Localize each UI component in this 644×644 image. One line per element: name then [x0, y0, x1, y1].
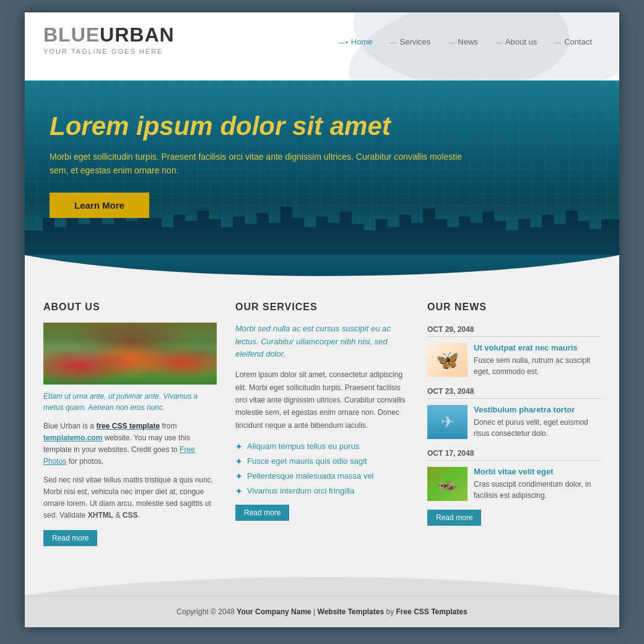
- main-nav: —• Home — Services — News: [330, 37, 601, 46]
- news-heading: OUR NEWS: [427, 302, 601, 313]
- about-caption: Etiam ut urna ante, ut pulvinar ante. Vi…: [43, 391, 217, 413]
- about-xhtml: XHTML: [88, 511, 113, 520]
- about-image: [43, 323, 217, 385]
- news-date-1: OCT 29, 2048: [427, 323, 601, 337]
- news-read-more-button[interactable]: Read more: [427, 510, 481, 526]
- service-link-1[interactable]: Aliquam tempus tellus eu purus: [247, 442, 359, 451]
- news-item-3: Morbi vitae velit eget Cras suscipit con…: [427, 467, 601, 501]
- footer-website-templates: Website Templates: [318, 607, 385, 616]
- nav-item-contact[interactable]: — Contact: [546, 37, 601, 46]
- logo-urban: URBAN: [100, 24, 175, 46]
- about-heading: ABOUT US: [43, 302, 217, 313]
- nav-item-services[interactable]: — Services: [381, 37, 439, 46]
- news-thumb-plane: [427, 405, 468, 439]
- news-read-more-wrapper: Read more: [427, 510, 601, 526]
- nav-link-services[interactable]: — Services: [381, 37, 439, 46]
- footer-wave: [25, 571, 619, 596]
- nav-label-about: About us: [505, 37, 537, 46]
- footer-website-templates-link[interactable]: Website Templates: [318, 607, 385, 616]
- news-title-link-3[interactable]: Morbi vitae velit eget: [474, 467, 554, 476]
- about-css: CSS: [123, 511, 138, 520]
- nav-arrow-about: —: [495, 38, 502, 46]
- nav-arrow-contact: —: [554, 38, 561, 46]
- news-body-1: Fusce sem nulla, rutrum ac suscipit eget…: [474, 355, 601, 377]
- news-thumb-2: [427, 405, 468, 439]
- news-body-2: Donec et purus velit, eget euismod risus…: [474, 417, 601, 439]
- services-read-more-wrapper: Read more: [235, 505, 409, 521]
- footer-company-link[interactable]: Your Company Name: [237, 607, 311, 616]
- service-plus-2: ✦: [235, 457, 242, 466]
- news-thumb-3: [427, 467, 468, 501]
- about-end: .: [138, 511, 140, 520]
- service-plus-4: ✦: [235, 487, 242, 496]
- logo-text: BLUEURBAN: [43, 24, 175, 46]
- about-body: Blue Urban is a free CSS template from t…: [43, 420, 217, 468]
- news-item-2: Vestibulum pharetra tortor Donec et puru…: [427, 405, 601, 439]
- footer: Copyright © 2048 Your Company Name | Web…: [25, 596, 619, 627]
- service-item-3: ✦ Pellentesque malesuada massa vel: [235, 471, 409, 481]
- nav-item-home[interactable]: —• Home: [330, 37, 381, 46]
- service-link-4[interactable]: Vivamus interdum orci fringilla: [247, 486, 354, 495]
- about-text-4: for photos.: [66, 457, 103, 466]
- nav-link-about[interactable]: — About us: [487, 37, 546, 46]
- service-item-4: ✦ Vivamus interdum orci fringilla: [235, 486, 409, 496]
- hero-title: Lorem ipsum dolor sit amet: [50, 111, 594, 141]
- news-title-link-2[interactable]: Vestibulum pharetra tortor: [474, 405, 575, 414]
- about-text-2: from: [160, 422, 176, 430]
- learn-more-button[interactable]: Learn More: [50, 193, 149, 218]
- hero-section: Lorem ipsum dolor sit amet Morbi eget so…: [25, 80, 619, 255]
- services-list: ✦ Aliquam tempus tellus eu purus ✦ Fusce…: [235, 442, 409, 496]
- about-link-template[interactable]: free CSS template: [96, 422, 160, 430]
- logo-blue: BLUE: [43, 24, 100, 46]
- nav-link-home[interactable]: —• Home: [330, 37, 381, 46]
- about-body2: Sed nec nisl vitae tellus mattis tristiq…: [43, 474, 217, 522]
- nav-arrow-services: —: [389, 38, 396, 46]
- about-link-template-text: free CSS template: [96, 422, 160, 430]
- news-content-3: Morbi vitae velit eget Cras suscipit con…: [474, 467, 601, 501]
- nav-arrow-news: —: [448, 38, 455, 46]
- logo: BLUEURBAN YOUR TAGLINE GOES HERE: [43, 24, 175, 55]
- nav-link-contact[interactable]: — Contact: [546, 37, 601, 46]
- nav-item-about[interactable]: — About us: [487, 37, 546, 46]
- footer-text-pre: Copyright © 2048: [176, 607, 237, 616]
- service-link-3[interactable]: Pellentesque malesuada massa vel: [247, 471, 374, 481]
- services-heading: OUR SERVICES: [235, 302, 409, 313]
- news-content-1: Ut volutpat erat nec mauris Fusce sem nu…: [474, 343, 601, 377]
- about-link-templatemo[interactable]: templatemо.com: [43, 433, 102, 442]
- news-content-2: Vestibulum pharetra tortor Donec et puru…: [474, 405, 601, 439]
- news-item-1: Ut volutpat erat nec mauris Fusce sem nu…: [427, 343, 601, 377]
- footer-text-mid: |: [311, 607, 318, 616]
- footer-css-templates: Free CSS Templates: [396, 607, 467, 616]
- about-column: ABOUT US Etiam ut urna ante, ut pulvinar…: [43, 302, 217, 547]
- footer-text-by: by: [384, 607, 396, 616]
- services-read-more-button[interactable]: Read more: [235, 505, 289, 521]
- nav-arrow-home: —•: [339, 38, 348, 46]
- news-column: OUR NEWS OCT 29, 2048 Ut volutpat erat n…: [427, 302, 601, 547]
- hero-wave: [25, 255, 619, 283]
- services-intro: Morbi sed nulla ac est cursus suscipit e…: [235, 323, 409, 361]
- services-body: Lorem ipsum dolor sit amet, consectetur …: [235, 368, 409, 432]
- about-read-more-button[interactable]: Read more: [43, 530, 97, 546]
- about-text-1: Blue Urban is a: [43, 422, 96, 430]
- news-thumb-butterfly: [427, 343, 468, 377]
- tagline: YOUR TAGLINE GOES HERE: [43, 48, 175, 55]
- service-plus-3: ✦: [235, 472, 242, 481]
- news-thumb-insect: [427, 467, 468, 501]
- header: BLUEURBAN YOUR TAGLINE GOES HERE —• Home…: [25, 12, 619, 80]
- news-date-2: OCT 23, 2048: [427, 385, 601, 399]
- nav-link-news[interactable]: — News: [439, 37, 487, 46]
- nav-label-services: Services: [399, 37, 430, 46]
- about-amp: &: [113, 511, 123, 520]
- about-link-templatemo-text: templatemо.com: [43, 433, 102, 442]
- main-content: ABOUT US Etiam ut urna ante, ut pulvinar…: [25, 283, 619, 572]
- nav-item-news[interactable]: — News: [439, 37, 487, 46]
- footer-css-templates-link[interactable]: Free CSS Templates: [396, 607, 467, 616]
- service-plus-1: ✦: [235, 442, 242, 451]
- news-date-3: OCT 17, 2048: [427, 446, 601, 461]
- news-title-link-1[interactable]: Ut volutpat erat nec mauris: [474, 343, 578, 352]
- service-link-2[interactable]: Fusce eget mauris quis odio sagit: [247, 456, 367, 466]
- services-column: OUR SERVICES Morbi sed nulla ac est curs…: [235, 302, 409, 547]
- footer-company: Your Company Name: [237, 607, 311, 616]
- news-thumb-1: [427, 343, 468, 377]
- hero-subtitle: Morbi eget sollicitudin turpis. Praesent…: [50, 150, 483, 178]
